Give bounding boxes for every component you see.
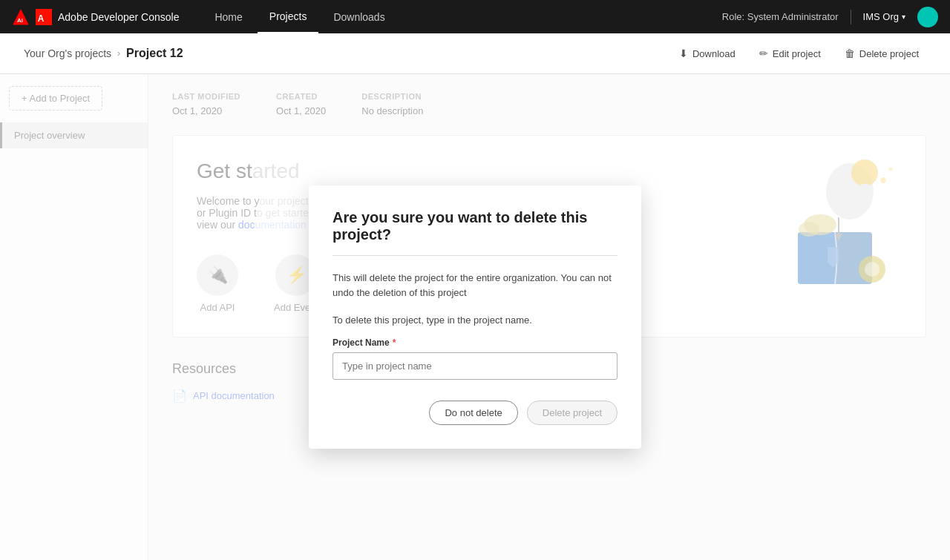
app-logo: Ai A Adobe Developer Console <box>12 8 179 26</box>
nav-home[interactable]: Home <box>203 0 254 33</box>
nav-links: Home Projects Downloads <box>203 0 721 33</box>
ims-org-selector[interactable]: IMS Org ▾ <box>863 11 905 22</box>
required-indicator: * <box>393 337 396 348</box>
trash-icon: 🗑 <box>845 47 855 59</box>
adobe-logo-icon: Ai <box>12 8 30 26</box>
nav-downloads[interactable]: Downloads <box>321 0 396 33</box>
modal-actions: Do not delete Delete project <box>332 401 618 425</box>
confirm-delete-button[interactable]: Delete project <box>527 401 618 425</box>
breadcrumb: Your Org's projects › Project 12 <box>24 47 183 60</box>
avatar[interactable] <box>917 7 938 27</box>
breadcrumb-current: Project 12 <box>126 47 183 60</box>
svg-text:Ai: Ai <box>17 17 23 24</box>
role-label: Role: System Administrator <box>722 11 839 22</box>
edit-label: Edit project <box>773 48 821 59</box>
nav-divider <box>851 10 851 24</box>
breadcrumb-bar: Your Org's projects › Project 12 ⬇ Downl… <box>0 33 950 74</box>
modal-instruction: To delete this project, type in the proj… <box>332 314 618 326</box>
breadcrumb-actions: ⬇ Download ✏ Edit project 🗑 Delete proje… <box>672 43 926 64</box>
breadcrumb-separator: › <box>117 48 120 59</box>
main-content: + Add to Project Project overview LAST M… <box>0 74 950 560</box>
modal-warning: This will delete the project for the ent… <box>332 271 618 300</box>
delete-label: Delete project <box>859 48 919 59</box>
app-title: Adobe Developer Console <box>58 11 179 23</box>
nav-projects[interactable]: Projects <box>258 0 319 33</box>
download-label: Download <box>692 48 736 59</box>
modal-overlay: Are you sure you want to delete this pro… <box>0 74 950 560</box>
breadcrumb-parent[interactable]: Your Org's projects <box>24 47 111 59</box>
modal-field-label: Project Name * <box>332 337 618 348</box>
svg-text:A: A <box>38 13 45 23</box>
modal-title: Are you sure you want to delete this pro… <box>332 209 618 243</box>
project-name-input[interactable] <box>332 352 618 380</box>
project-name-label: Project Name <box>332 337 390 348</box>
edit-project-button[interactable]: ✏ Edit project <box>752 43 828 64</box>
download-icon: ⬇ <box>679 47 688 59</box>
ims-org-label: IMS Org <box>863 11 899 22</box>
delete-project-modal: Are you sure you want to delete this pro… <box>309 185 641 449</box>
download-button[interactable]: ⬇ Download <box>672 43 743 64</box>
edit-icon: ✏ <box>759 47 768 59</box>
delete-project-button[interactable]: 🗑 Delete project <box>837 43 926 64</box>
chevron-down-icon: ▾ <box>902 13 905 21</box>
nav-right: Role: System Administrator IMS Org ▾ <box>722 7 938 27</box>
top-navigation: Ai A Adobe Developer Console Home Projec… <box>0 0 950 33</box>
do-not-delete-button[interactable]: Do not delete <box>429 401 517 425</box>
adobe-icon: A <box>36 9 52 25</box>
modal-divider <box>332 255 618 256</box>
